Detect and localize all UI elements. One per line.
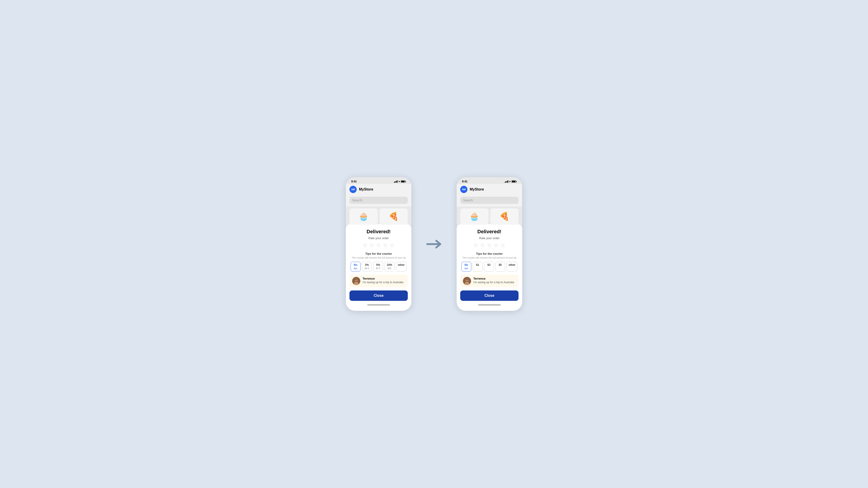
star-2-5[interactable]: ☆ — [500, 242, 505, 248]
arrow-icon — [425, 237, 443, 251]
battery-icon-2 — [512, 180, 517, 183]
status-bar-2: 9:41 ▾ — [457, 177, 522, 184]
star-2-1[interactable]: ☆ — [473, 242, 478, 248]
tip-btn-2-notips[interactable]: No tips — [461, 262, 471, 271]
search-bar-1: Search — [346, 195, 411, 207]
signal-icon-1 — [394, 180, 398, 183]
time-1: 9:41 — [351, 180, 357, 183]
tips-label-1: Tips for the courier — [349, 252, 408, 255]
product-card-1a: 🧁 — [349, 208, 378, 225]
star-2-2[interactable]: ☆ — [480, 242, 485, 248]
tip-btn-2-5dollar[interactable]: $5 — [495, 262, 505, 271]
stars-1: ☆ ☆ ☆ ☆ ☆ — [349, 242, 408, 248]
rate-label-2: Rate your order — [460, 237, 519, 240]
star-2-3[interactable]: ☆ — [487, 242, 492, 248]
app-name-1: MyStore — [359, 187, 373, 191]
close-button-2[interactable]: Close — [460, 291, 519, 301]
tip-btn-1-10pct[interactable]: 10% $15 — [384, 262, 395, 271]
star-1-1[interactable]: ☆ — [363, 242, 368, 248]
delivered-title-2: Delivered! — [460, 229, 519, 235]
courier-avatar-2 — [463, 277, 471, 285]
tips-label-2: Tips for the courier — [460, 252, 519, 255]
courier-card-2: Terrence I'm saving up for a trip to Aus… — [460, 275, 519, 287]
search-input-1[interactable]: Search — [349, 196, 408, 204]
time-2: 9:41 — [462, 180, 467, 183]
app-logo-2: SM — [460, 186, 467, 193]
star-1-5[interactable]: ☆ — [390, 242, 395, 248]
delivered-title-1: Delivered! — [349, 229, 408, 235]
product-card-2a: 🧁 — [460, 208, 489, 225]
signal-icon-2 — [505, 180, 508, 183]
courier-info-2: Terrence I'm saving up for a trip to Aus… — [473, 277, 514, 284]
tip-btn-1-3pct[interactable]: 3% $4.5 — [362, 262, 372, 271]
status-icons-1: ▾ — [394, 180, 406, 183]
courier-name-2: Terrence — [473, 277, 514, 280]
status-icons-2: ▾ — [505, 180, 517, 183]
star-2-4[interactable]: ☆ — [494, 242, 499, 248]
svg-point-3 — [355, 279, 356, 280]
wifi-icon-2: ▾ — [509, 180, 510, 183]
courier-msg-2: I'm saving up for a trip to Australia — [473, 281, 514, 284]
tip-btn-2-1dollar[interactable]: $1 — [473, 262, 483, 271]
app-header-1: SM MyStore — [346, 184, 411, 195]
svg-point-9 — [467, 279, 468, 280]
home-indicator-1 — [349, 303, 408, 307]
home-indicator-2 — [460, 303, 519, 307]
tip-btn-1-5pct[interactable]: 5% $7.5 — [373, 262, 383, 271]
wifi-icon-1: ▾ — [399, 180, 400, 183]
star-1-2[interactable]: ☆ — [369, 242, 374, 248]
search-input-2[interactable]: Search — [460, 196, 519, 204]
status-bar-1: 9:41 ▾ — [346, 177, 411, 184]
tip-btn-1-other[interactable]: other — [396, 262, 407, 271]
product-grid-2: 🧁 🍕 — [457, 207, 522, 225]
star-1-4[interactable]: ☆ — [383, 242, 388, 248]
tips-subtitle-2: The courier will receive the full amount… — [460, 256, 519, 259]
svg-point-8 — [466, 279, 467, 280]
rate-label-1: Rate your order — [349, 237, 408, 240]
tip-btn-1-notips[interactable]: No tips — [350, 262, 361, 271]
tips-subtitle-1: The courier will receive the full amount… — [349, 256, 408, 259]
tip-buttons-2: No tips $1 $3 $5 other — [460, 262, 519, 271]
app-name-2: MyStore — [470, 187, 484, 191]
courier-card-1: Terrence I'm saving up for a trip to Aus… — [349, 275, 408, 287]
bottom-sheet-2: Delivered! Rate your order ☆ ☆ ☆ ☆ ☆ Tip… — [457, 224, 522, 311]
tip-btn-2-3dollar[interactable]: $3 — [484, 262, 494, 271]
courier-avatar-1 — [352, 277, 360, 285]
close-button-1[interactable]: Close — [349, 291, 408, 301]
courier-name-1: Terrence — [363, 277, 403, 280]
app-logo-1: SM — [349, 186, 357, 193]
svg-point-4 — [357, 279, 358, 280]
courier-info-1: Terrence I'm saving up for a trip to Aus… — [363, 277, 403, 284]
tip-buttons-1: No tips 3% $4.5 5% $7.5 10% $15 other — [349, 262, 408, 271]
bottom-sheet-1: Delivered! Rate your order ☆ ☆ ☆ ☆ ☆ Tip… — [346, 224, 411, 311]
star-1-3[interactable]: ☆ — [376, 242, 381, 248]
product-grid-1: 🧁 🍕 — [346, 207, 411, 225]
courier-msg-1: I'm saving up for a trip to Australia — [363, 281, 403, 284]
stars-2: ☆ ☆ ☆ ☆ ☆ — [460, 242, 519, 248]
tip-btn-2-other[interactable]: other — [506, 262, 518, 271]
app-header-2: SM MyStore — [457, 184, 522, 195]
phone-2: 9:41 ▾ SM MyStore Search — [457, 177, 522, 311]
phone-1: 9:41 ▾ SM MyStore Search — [346, 177, 411, 311]
product-card-2b: 🍕 — [490, 208, 519, 225]
battery-icon-1 — [401, 180, 406, 183]
search-bar-2: Search — [457, 195, 522, 207]
scene: 9:41 ▾ SM MyStore Search — [337, 168, 531, 320]
product-card-1b: 🍕 — [379, 208, 408, 225]
